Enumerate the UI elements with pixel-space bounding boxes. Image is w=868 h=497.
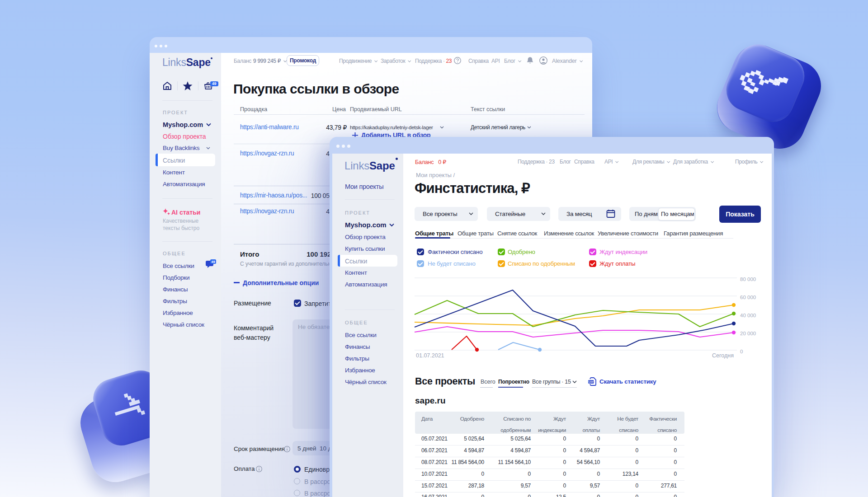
svg-text:20 000: 20 000 bbox=[740, 331, 756, 336]
svg-text:40 000: 40 000 bbox=[740, 313, 756, 318]
svg-text:01.07.2021: 01.07.2021 bbox=[416, 352, 444, 359]
svg-text:49: 49 bbox=[211, 260, 215, 264]
svg-text:CSV: CSV bbox=[589, 380, 594, 383]
svg-text:0: 0 bbox=[740, 349, 743, 354]
svg-text:Сегодня: Сегодня bbox=[712, 352, 734, 359]
svg-text:60 000: 60 000 bbox=[740, 295, 756, 300]
svg-text:80 000: 80 000 bbox=[740, 277, 756, 282]
